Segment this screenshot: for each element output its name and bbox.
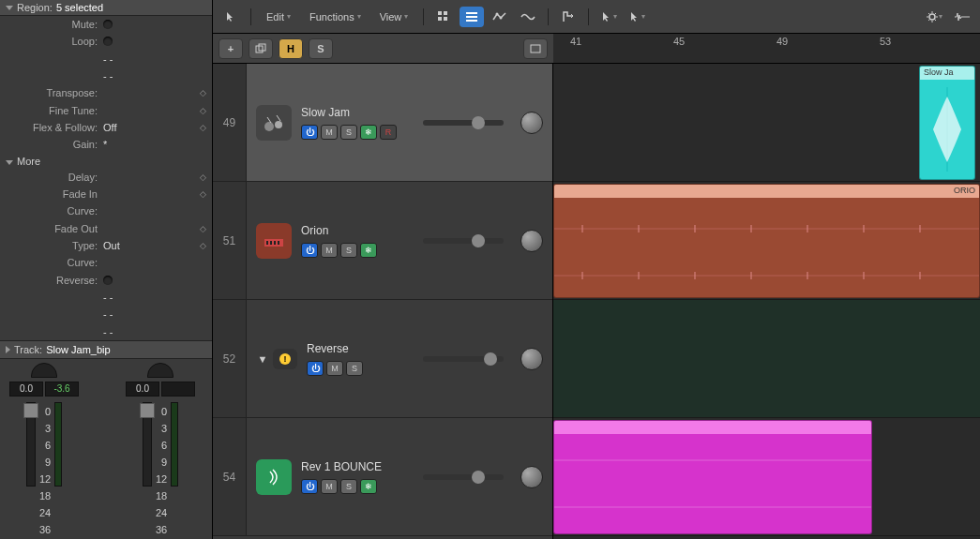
power-button[interactable]: ⏻ [301, 125, 318, 140]
tool-right-icon[interactable]: ▾ [625, 7, 649, 27]
svg-point-14 [275, 121, 282, 128]
gain-row[interactable]: Gain:* [0, 136, 212, 153]
list-icon[interactable] [460, 7, 484, 27]
type-row[interactable]: Type:Out◇ [0, 237, 212, 254]
mute-button[interactable]: M [321, 125, 338, 140]
functions-menu[interactable]: Functions▾ [302, 8, 369, 25]
flex-icon[interactable] [516, 7, 540, 27]
fader[interactable] [143, 402, 152, 487]
gear-icon[interactable]: ▾ [922, 7, 946, 27]
solo-button[interactable]: S [340, 243, 357, 258]
solo-button[interactable]: S [309, 38, 333, 59]
pan-knob[interactable] [520, 112, 543, 134]
svg-rect-12 [531, 45, 540, 52]
svg-point-9 [929, 14, 935, 20]
record-button[interactable]: R [380, 125, 397, 140]
power-button[interactable]: ⏻ [301, 479, 318, 494]
edit-menu[interactable]: Edit▾ [259, 8, 298, 25]
track-number: 54 [213, 418, 247, 535]
tool-left-icon[interactable]: ▾ [596, 7, 621, 27]
loop-row[interactable]: Loop: [0, 33, 212, 50]
mute-button[interactable]: M [321, 479, 338, 494]
arrange-area[interactable]: Slow Ja ORIO [553, 64, 980, 539]
arrange-row[interactable]: ORIO [553, 182, 980, 300]
arrange-row[interactable] [553, 300, 980, 418]
pointer-tool-icon[interactable] [219, 7, 243, 27]
track-row[interactable]: 52 ▼ ! Reverse ⏻ M S [213, 300, 552, 418]
waveform-zoom-icon[interactable] [950, 7, 974, 27]
svg-rect-1 [444, 11, 447, 15]
region-name [554, 421, 871, 434]
pan-knob[interactable] [520, 348, 543, 370]
freeze-button[interactable]: ❄ [360, 125, 377, 140]
track-row[interactable]: 54 Rev 1 BOUNCE ⏻ M S ❄ [213, 418, 552, 536]
svg-rect-4 [466, 12, 477, 14]
track-row[interactable]: 51 Orion ⏻ M S ❄ [213, 182, 552, 300]
reverse-row[interactable]: Reverse: [0, 272, 212, 289]
delay-row[interactable]: Delay:◇ [0, 169, 212, 186]
volume-slider[interactable] [423, 356, 504, 362]
fader-scale: 036912182436 [39, 402, 51, 535]
mute-row[interactable]: Mute: [0, 16, 212, 33]
disclosure-icon [6, 160, 13, 165]
finetune-row[interactable]: Fine Tune:◇ [0, 102, 212, 119]
freeze-button[interactable]: ❄ [360, 479, 377, 494]
svg-rect-0 [438, 11, 442, 15]
audio-region[interactable] [553, 420, 872, 534]
fader[interactable] [26, 402, 36, 487]
solo-button[interactable]: S [340, 479, 357, 494]
curve2-row[interactable]: Curve: [0, 254, 212, 271]
curve1-row[interactable]: Curve: [0, 202, 212, 219]
arrange-row[interactable]: Slow Ja [553, 64, 980, 182]
transpose-row[interactable]: Transpose:◇ [0, 84, 212, 101]
timeline-ruler[interactable]: 41 45 49 53 [553, 34, 980, 64]
loop-toggle[interactable] [103, 37, 113, 46]
pan-knob[interactable] [520, 466, 543, 488]
track-name[interactable]: Slow Jam [301, 106, 397, 119]
volume-slider[interactable] [423, 474, 504, 480]
power-button[interactable]: ⏻ [301, 243, 318, 258]
fader-value[interactable]: 0.0 [9, 382, 43, 397]
volume-slider[interactable] [423, 238, 504, 244]
arrange-row[interactable] [553, 418, 980, 536]
expand-icon[interactable]: ▼ [256, 352, 269, 366]
region-header[interactable]: Region: 5 selected [0, 0, 212, 16]
meter-value: -3.6 [45, 382, 79, 397]
more-header[interactable]: More [0, 154, 212, 169]
mute-button[interactable]: M [321, 243, 338, 258]
catch-icon[interactable] [556, 7, 580, 27]
audio-region[interactable]: Slow Ja [919, 66, 975, 180]
duplicate-track-button[interactable] [249, 38, 273, 59]
track-list: 49 Slow Jam ⏻ M S ❄ R [213, 64, 553, 539]
track-name[interactable]: Orion [301, 224, 377, 237]
drums-icon [256, 105, 292, 141]
track-name[interactable]: Rev 1 BOUNCE [301, 460, 382, 473]
solo-button[interactable]: S [340, 125, 357, 140]
grid-icon[interactable] [431, 7, 456, 27]
volume-slider[interactable] [423, 120, 504, 126]
freeze-button[interactable]: ❄ [360, 243, 377, 258]
hide-button[interactable]: H [279, 38, 303, 59]
reverse-toggle[interactable] [103, 276, 113, 285]
pan-knob[interactable] [147, 363, 173, 378]
track-name: Slow Jam_bip [46, 344, 110, 355]
fadeout-row[interactable]: Fade Out◇ [0, 220, 212, 237]
track-header[interactable]: Track: Slow Jam_bip [0, 340, 212, 359]
flex-row[interactable]: Flex & Follow:Off◇ [0, 119, 212, 136]
fader-value[interactable]: 0.0 [126, 382, 159, 397]
add-track-button[interactable]: + [219, 38, 243, 59]
track-name[interactable]: Reverse [307, 342, 363, 355]
mute-toggle[interactable] [103, 20, 113, 29]
pan-knob[interactable] [520, 230, 543, 252]
power-button[interactable]: ⏻ [307, 361, 324, 376]
automation-icon[interactable] [488, 7, 512, 27]
midi-region[interactable]: ORIO [553, 184, 980, 298]
svg-rect-20 [274, 241, 276, 245]
track-row[interactable]: 49 Slow Jam ⏻ M S ❄ R [213, 64, 552, 182]
mute-button[interactable]: M [326, 361, 343, 376]
fadein-row[interactable]: Fade In◇ [0, 186, 212, 202]
view-menu[interactable]: View▾ [372, 8, 416, 25]
pan-knob[interactable] [31, 363, 57, 378]
solo-button[interactable]: S [346, 361, 363, 376]
global-button[interactable] [523, 38, 548, 59]
